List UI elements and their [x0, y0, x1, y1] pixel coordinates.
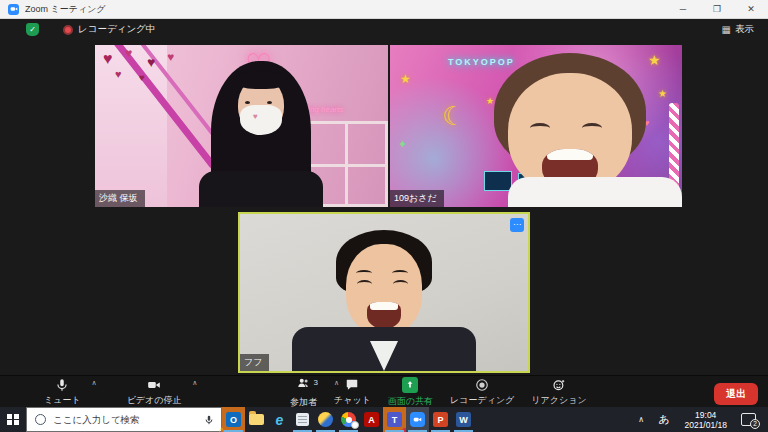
- recording-dot-icon: [63, 25, 73, 35]
- chat-button[interactable]: チャット: [334, 376, 371, 408]
- video-options-chevron[interactable]: ∧: [192, 379, 197, 387]
- video-tile-participant-1[interactable]: ♥ ♥ ♥ ♥ ♥ ♥ ♡ melting hearts ♥ 沙織 保坂: [95, 45, 388, 207]
- reactions-label: リアクション: [531, 394, 586, 407]
- mute-options-chevron[interactable]: ∧: [92, 379, 97, 387]
- ime-indicator[interactable]: あ: [651, 412, 676, 427]
- taskbar-icon-powerpoint[interactable]: P: [429, 407, 452, 432]
- recording-button[interactable]: レコーディング: [450, 376, 514, 408]
- tokyopop-neon-sign: TOKYOPOP: [448, 57, 515, 67]
- participant-1-eye: [245, 101, 250, 104]
- crescent-moon-decor: ☾: [442, 101, 465, 132]
- participant-1-face-mask: ♥: [240, 105, 282, 135]
- video-tile-participant-2[interactable]: TOKYOPOP ☾ ★ ★ ★ ★ ★ ♥ ♥ ✦ 109おさだ: [390, 45, 682, 207]
- start-button[interactable]: [0, 407, 26, 432]
- mask-decor: ♥: [253, 112, 258, 121]
- notification-count-badge: 2: [750, 419, 760, 429]
- taskbar-icon-acrobat[interactable]: A: [360, 407, 383, 432]
- window-title: Zoom ミーティング: [25, 3, 106, 16]
- heart-decor: ♥: [147, 55, 155, 69]
- participants-button[interactable]: 3 参加者 ∧: [290, 376, 317, 408]
- search-icon: [35, 414, 46, 425]
- audio-status-badge: ⋯: [510, 218, 524, 232]
- teams-icon: T: [387, 412, 402, 427]
- participants-icon: [296, 376, 311, 390]
- chrome-profile-badge: [351, 421, 359, 429]
- heart-decor: ♥: [125, 47, 132, 59]
- record-icon: [475, 378, 489, 392]
- share-screen-icon: [402, 377, 418, 393]
- taskbar-icon-internet-explorer[interactable]: e: [268, 407, 291, 432]
- participant-1-bangs: [235, 71, 287, 89]
- maximize-button[interactable]: ❐: [700, 0, 734, 18]
- video-tile-self-active-speaker[interactable]: ⋯ フフ: [238, 212, 530, 373]
- grid-view-icon: ▦: [722, 24, 731, 35]
- taskbar-clock[interactable]: 19:04 2021/01/18: [676, 410, 735, 430]
- search-mic-icon[interactable]: [204, 414, 214, 426]
- security-shield-icon[interactable]: ✓: [26, 23, 39, 36]
- zoom-app-icon: [8, 4, 19, 15]
- windows-logo-icon: [7, 414, 19, 426]
- notepad-icon: [296, 413, 309, 426]
- chat-label: チャット: [334, 394, 371, 407]
- star-decor: ★: [486, 97, 494, 106]
- participant-name-tag: 沙織 保坂: [95, 190, 145, 207]
- participant-2-eye: [582, 123, 602, 133]
- neon-signboard-decor: [484, 171, 512, 191]
- participant-3-eyebrow: [392, 270, 408, 276]
- close-button[interactable]: ✕: [734, 0, 768, 18]
- participant-3-eye: [393, 280, 408, 288]
- share-screen-button[interactable]: 画面の共有: [388, 376, 433, 408]
- video-camera-icon: [146, 378, 162, 392]
- microphone-icon: [55, 378, 69, 392]
- reactions-button[interactable]: リアクション: [531, 376, 586, 408]
- taskbar-search[interactable]: [26, 407, 222, 432]
- zoom-meeting-window: Zoom ミーティング ─ ❐ ✕ ✓ レコーディング中 ▦ 表示 ♥ ♥ ♥ …: [0, 0, 768, 432]
- participants-count: 3: [314, 378, 318, 387]
- view-label: 表示: [735, 23, 754, 36]
- recording-button-label: レコーディング: [450, 394, 514, 407]
- minimize-button[interactable]: ─: [666, 0, 700, 18]
- sparkle-doodle: ✦: [398, 139, 407, 150]
- windows-taskbar: O ⚠ e A: [0, 407, 768, 432]
- reactions-smiley-icon: [552, 378, 566, 392]
- participant-3-eye: [357, 280, 372, 288]
- zoom-taskbar-icon: [410, 412, 425, 427]
- taskbar-icon-word[interactable]: W: [452, 407, 475, 432]
- clock-time: 19:04: [684, 410, 727, 420]
- taskbar-icon-outlook[interactable]: O ⚠: [222, 407, 245, 432]
- tray-expand-chevron[interactable]: ∧: [631, 415, 651, 424]
- heart-decor: ♥: [167, 51, 174, 63]
- share-screen-label: 画面の共有: [388, 395, 433, 408]
- stop-video-button[interactable]: ビデオの停止 ∧: [127, 376, 182, 408]
- taskbar-icon-zoom[interactable]: [406, 407, 429, 432]
- view-button[interactable]: ▦ 表示: [722, 23, 754, 36]
- mute-label: ミュート: [44, 394, 81, 407]
- taskbar-icon-file-explorer[interactable]: [245, 407, 268, 432]
- system-tray: ∧ あ 19:04 2021/01/18 2: [631, 407, 768, 432]
- participant-name-tag: フフ: [240, 354, 269, 371]
- taskbar-icon-app[interactable]: [314, 407, 337, 432]
- meeting-header: ✓ レコーディング中 ▦ 表示: [0, 19, 768, 40]
- mute-button[interactable]: ミュート ∧: [44, 376, 81, 408]
- pink-stairs-decor: [95, 45, 167, 207]
- participant-name-tag: 109おさだ: [390, 190, 444, 207]
- recording-label: レコーディング中: [78, 23, 155, 36]
- round-app-icon: [318, 412, 333, 427]
- leave-meeting-button[interactable]: 退出: [714, 383, 758, 405]
- meeting-toolbar: ミュート ∧ ビデオの停止 ∧ 3 参加者 ∧ チャット: [0, 375, 768, 407]
- internet-explorer-icon: e: [276, 412, 284, 428]
- folder-icon: [249, 414, 264, 425]
- action-center-icon[interactable]: 2: [741, 413, 756, 426]
- participant-1-eye: [267, 101, 272, 104]
- video-stage: ♥ ♥ ♥ ♥ ♥ ♥ ♡ melting hearts ♥ 沙織 保坂 TOK…: [0, 40, 768, 375]
- chat-icon: [345, 378, 359, 392]
- clock-date: 2021/01/18: [684, 420, 727, 430]
- participant-3-eyebrow: [356, 270, 372, 276]
- participant-3-laughing-mouth: [367, 302, 401, 329]
- taskbar-icon-chrome[interactable]: [337, 407, 360, 432]
- search-input[interactable]: [53, 414, 204, 425]
- star-decor: ★: [658, 89, 667, 99]
- taskbar-icon-notes[interactable]: [291, 407, 314, 432]
- taskbar-icon-teams[interactable]: T: [383, 407, 406, 432]
- stop-video-label: ビデオの停止: [127, 394, 182, 407]
